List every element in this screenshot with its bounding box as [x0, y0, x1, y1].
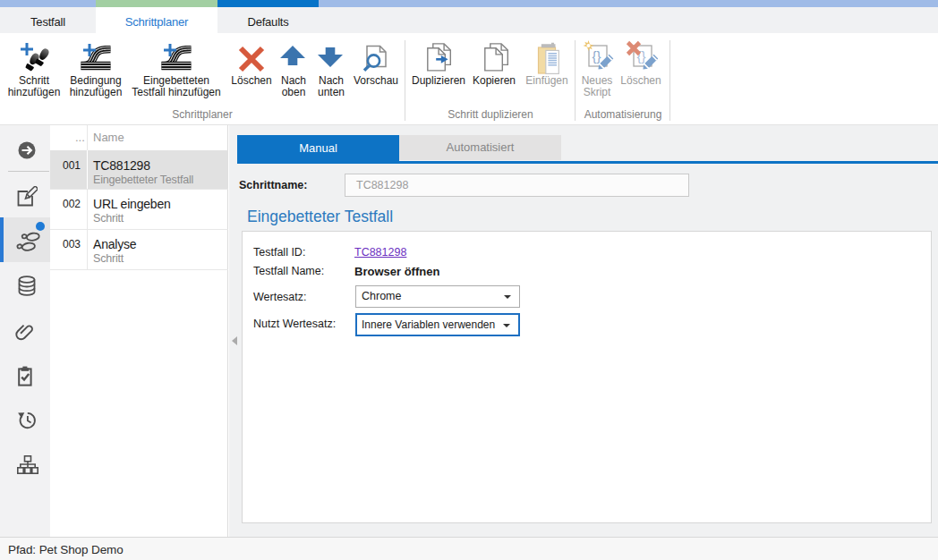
svg-text:{}: {} — [593, 48, 601, 64]
